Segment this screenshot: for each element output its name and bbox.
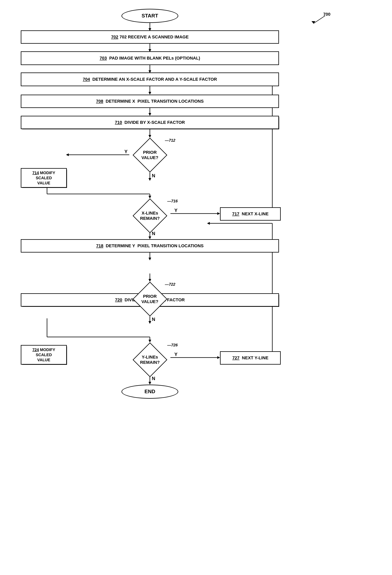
svg-marker-46 [148, 340, 151, 342]
step-702: 702 702 RECEIVE A SCANNED IMAGE [21, 30, 279, 44]
decision-726: Y-LINEsREMAIN? —726 [109, 342, 191, 377]
svg-marker-11 [148, 113, 151, 116]
svg-marker-25 [217, 212, 220, 215]
flowchart-connectors: Y N Y N Y [0, 0, 392, 575]
svg-marker-48 [217, 356, 220, 359]
start-terminal: START [122, 9, 178, 23]
svg-marker-31 [148, 237, 151, 239]
svg-text:N: N [152, 317, 155, 322]
step-704: 704 DETERMINE AN X-SCALE FACTOR AND A Y-… [21, 72, 279, 86]
flowchart-diagram: 700 Y N [0, 0, 392, 575]
svg-marker-15 [66, 153, 69, 156]
svg-marker-20 [148, 178, 151, 181]
step-727: 727 NEXT Y-LINE [220, 351, 281, 365]
svg-text:N: N [152, 173, 155, 178]
svg-marker-52 [207, 222, 210, 225]
svg-line-0 [314, 16, 325, 24]
decision-716: X-LINEsREMAIN? —716 [109, 198, 191, 233]
svg-marker-36 [148, 279, 151, 282]
decision-722: PRIORVALUE? —722 [109, 282, 191, 316]
ref-arrow [310, 14, 333, 25]
svg-marker-34 [148, 258, 151, 260]
step-708: 708 DETERMINE X PIXEL TRANSITION LOCATIO… [21, 95, 279, 108]
step-718: 718 DETERMINE Y PIXEL TRANSITION LOCATIO… [21, 239, 279, 253]
svg-marker-9 [148, 92, 151, 95]
step-703: 703 PAD IMAGE WITH BLANK PELs (OPTIONAL) [21, 51, 279, 65]
step-724: 724 MODIFY SCALEDVALUE [21, 345, 67, 365]
svg-marker-43 [148, 321, 151, 324]
svg-marker-54 [148, 382, 151, 384]
end-terminal: END [122, 384, 178, 399]
step-717: 717 NEXT X-LINE [220, 207, 281, 221]
step-710: 710 DIVIDE BY X-SCALE FACTOR [21, 116, 279, 129]
svg-marker-23 [148, 196, 151, 198]
decision-712: PRIORVALUE? —712 [109, 138, 191, 172]
step-714: 714 MODIFY SCALEDVALUE [21, 168, 67, 188]
svg-marker-13 [148, 135, 151, 138]
